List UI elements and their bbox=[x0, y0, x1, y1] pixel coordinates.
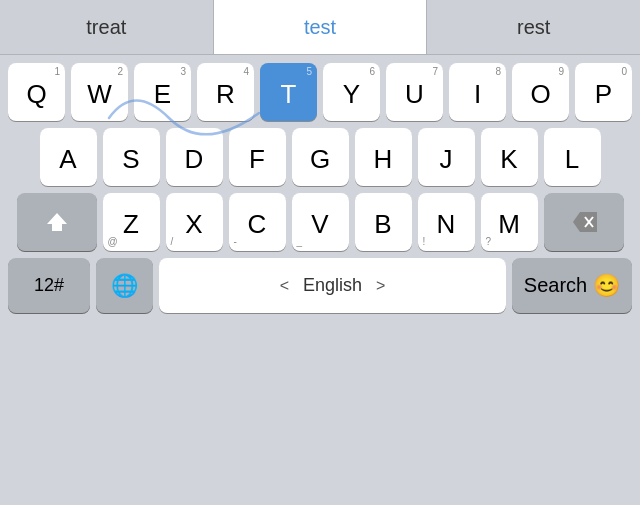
shift-icon bbox=[45, 210, 69, 234]
autocomplete-bar: treat test rest bbox=[0, 0, 640, 55]
key-h[interactable]: H bbox=[355, 128, 412, 186]
keyboard-row-2: ASDFGHJKL bbox=[4, 128, 636, 186]
key-q[interactable]: 1Q bbox=[8, 63, 65, 121]
key-n[interactable]: !N bbox=[418, 193, 475, 251]
key-sub-label: - bbox=[234, 236, 237, 247]
key-char-label: X bbox=[185, 209, 202, 240]
emoji-icon: 😊 bbox=[593, 273, 620, 299]
key-number-label: 2 bbox=[117, 66, 123, 77]
key-number-label: 7 bbox=[432, 66, 438, 77]
key-f[interactable]: F bbox=[229, 128, 286, 186]
key-sub-label: @ bbox=[108, 236, 118, 247]
key-char-label: K bbox=[500, 144, 517, 175]
key-g[interactable]: G bbox=[292, 128, 349, 186]
key-char-label: B bbox=[374, 209, 391, 240]
key-sub-label: _ bbox=[297, 236, 303, 247]
key-char-label: N bbox=[437, 209, 456, 240]
key-shift[interactable] bbox=[17, 193, 97, 251]
key-char-label: V bbox=[311, 209, 328, 240]
key-s[interactable]: S bbox=[103, 128, 160, 186]
key-char-label: J bbox=[440, 144, 453, 175]
key-delete[interactable] bbox=[544, 193, 624, 251]
space-left-arrow: < bbox=[280, 277, 289, 295]
key-char-label: D bbox=[185, 144, 204, 175]
key-number-label: 8 bbox=[495, 66, 501, 77]
keyboard: 1Q2W3E4R5T6Y7U8I9O0P ASDFGHJKL @Z/X-C_VB… bbox=[0, 55, 640, 317]
key-t[interactable]: 5T bbox=[260, 63, 317, 121]
key-k[interactable]: K bbox=[481, 128, 538, 186]
key-char-label: O bbox=[530, 79, 550, 110]
key-a[interactable]: A bbox=[40, 128, 97, 186]
key-char-label: P bbox=[595, 79, 612, 110]
key-number-label: 4 bbox=[243, 66, 249, 77]
key-e[interactable]: 3E bbox=[134, 63, 191, 121]
key-char-label: T bbox=[281, 79, 297, 110]
key-b[interactable]: B bbox=[355, 193, 412, 251]
key-char-label: F bbox=[249, 144, 265, 175]
key-i[interactable]: 8I bbox=[449, 63, 506, 121]
key-sub-label: ! bbox=[423, 236, 426, 247]
autocomplete-treat[interactable]: treat bbox=[0, 0, 214, 54]
key-sub-label: ? bbox=[486, 236, 492, 247]
space-right-arrow: > bbox=[376, 277, 385, 295]
key-char-label: W bbox=[87, 79, 112, 110]
key-number-label: 3 bbox=[180, 66, 186, 77]
key-l[interactable]: L bbox=[544, 128, 601, 186]
key-char-label: M bbox=[498, 209, 520, 240]
key-sub-label: / bbox=[171, 236, 174, 247]
key-char-label: G bbox=[310, 144, 330, 175]
key-globe[interactable]: 🌐 bbox=[96, 258, 153, 313]
key-char-label: E bbox=[154, 79, 171, 110]
key-m[interactable]: ?M bbox=[481, 193, 538, 251]
key-char-label: Q bbox=[26, 79, 46, 110]
key-y[interactable]: 6Y bbox=[323, 63, 380, 121]
key-space[interactable]: < English > bbox=[159, 258, 506, 313]
delete-icon bbox=[571, 212, 597, 232]
autocomplete-rest[interactable]: rest bbox=[427, 0, 640, 54]
key-v[interactable]: _V bbox=[292, 193, 349, 251]
key-number-label: 1 bbox=[54, 66, 60, 77]
key-j[interactable]: J bbox=[418, 128, 475, 186]
key-char-label: L bbox=[565, 144, 579, 175]
key-char-label: Z bbox=[123, 209, 139, 240]
key-char-label: C bbox=[248, 209, 267, 240]
key-char-label: H bbox=[374, 144, 393, 175]
key-number-label: 5 bbox=[306, 66, 312, 77]
key-char-label: R bbox=[216, 79, 235, 110]
key-number-label: 9 bbox=[558, 66, 564, 77]
keyboard-row-3: @Z/X-C_VB!N?M bbox=[4, 193, 636, 251]
svg-marker-0 bbox=[47, 213, 67, 231]
globe-icon: 🌐 bbox=[111, 273, 138, 299]
keyboard-bottom-row: 12# 🌐 < English > Search 😊 bbox=[4, 258, 636, 313]
key-char-label: I bbox=[474, 79, 481, 110]
key-c[interactable]: -C bbox=[229, 193, 286, 251]
key-u[interactable]: 7U bbox=[386, 63, 443, 121]
key-p[interactable]: 0P bbox=[575, 63, 632, 121]
key-r[interactable]: 4R bbox=[197, 63, 254, 121]
key-search[interactable]: Search 😊 bbox=[512, 258, 632, 313]
key-number-label: 6 bbox=[369, 66, 375, 77]
autocomplete-test[interactable]: test bbox=[214, 0, 428, 54]
key-z[interactable]: @Z bbox=[103, 193, 160, 251]
key-numbers[interactable]: 12# bbox=[8, 258, 90, 313]
keyboard-row-1: 1Q2W3E4R5T6Y7U8I9O0P bbox=[4, 63, 636, 121]
key-char-label: A bbox=[59, 144, 76, 175]
key-char-label: S bbox=[122, 144, 139, 175]
key-d[interactable]: D bbox=[166, 128, 223, 186]
key-char-label: U bbox=[405, 79, 424, 110]
key-x[interactable]: /X bbox=[166, 193, 223, 251]
key-number-label: 0 bbox=[621, 66, 627, 77]
key-o[interactable]: 9O bbox=[512, 63, 569, 121]
key-w[interactable]: 2W bbox=[71, 63, 128, 121]
key-char-label: Y bbox=[343, 79, 360, 110]
